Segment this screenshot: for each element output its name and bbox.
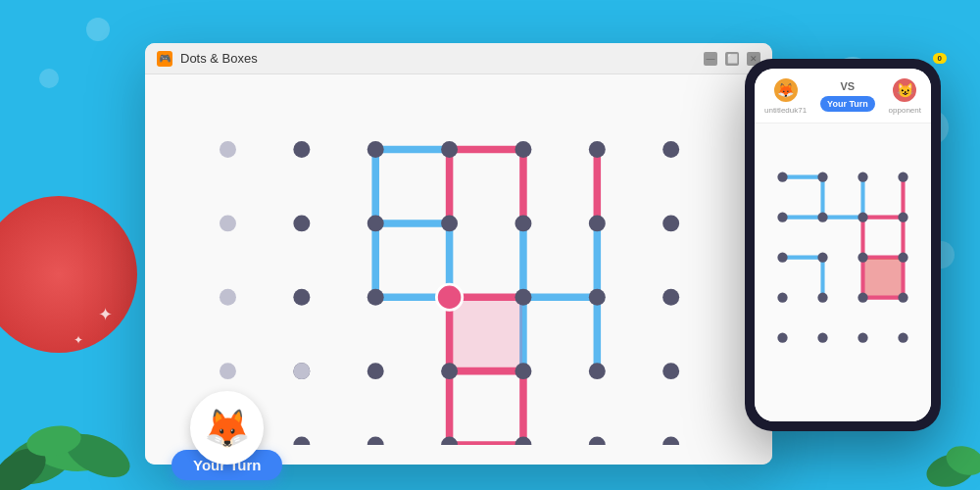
sparkle-2: ✦: [74, 333, 83, 347]
vs-label: VS: [841, 80, 856, 92]
svg-point-40: [589, 215, 606, 231]
svg-point-91: [898, 172, 907, 182]
phone-game-svg: [762, 131, 923, 414]
phone-game-area: [755, 123, 931, 421]
svg-point-43: [368, 289, 384, 306]
svg-point-104: [777, 333, 787, 343]
plants-left: [0, 372, 157, 490]
phone-your-turn: Your Turn: [820, 96, 875, 112]
player-avatar: 🦊: [190, 391, 264, 465]
svg-rect-81: [864, 259, 903, 297]
svg-rect-29: [451, 298, 522, 369]
svg-point-36: [293, 215, 310, 231]
svg-point-38: [441, 215, 458, 231]
svg-point-51: [514, 363, 531, 379]
svg-point-102: [858, 293, 867, 303]
svg-point-58: [589, 437, 606, 445]
minimize-button[interactable]: —: [704, 52, 717, 66]
svg-point-95: [898, 213, 907, 222]
svg-point-42: [293, 289, 310, 306]
svg-point-99: [898, 253, 907, 263]
svg-point-88: [777, 172, 787, 182]
svg-point-59: [662, 437, 679, 445]
svg-point-60: [220, 141, 236, 158]
svg-point-56: [441, 437, 458, 445]
svg-point-98: [858, 253, 867, 263]
window-title: Dots & Boxes: [180, 51, 696, 66]
svg-point-39: [514, 215, 531, 231]
svg-point-64: [293, 363, 310, 379]
svg-point-30: [293, 141, 310, 158]
svg-point-97: [817, 253, 827, 263]
svg-point-92: [777, 213, 787, 222]
restore-button[interactable]: ⬜: [725, 52, 739, 66]
phone-screen: 🦊 0 untitleduk71 VS Your Turn 😺 opponent: [755, 69, 931, 421]
svg-point-93: [817, 213, 827, 222]
svg-point-6: [86, 18, 110, 41]
svg-point-52: [589, 363, 606, 379]
window-controls: — ⬜ ✕: [704, 52, 760, 66]
svg-point-50: [441, 363, 458, 379]
svg-point-54: [293, 437, 310, 445]
svg-point-53: [662, 363, 679, 379]
phone-enemy-avatar: 😺: [891, 76, 918, 104]
svg-point-7: [39, 69, 59, 88]
svg-point-61: [220, 215, 236, 231]
sparkle-1: ✦: [98, 304, 113, 325]
svg-point-107: [898, 333, 907, 343]
svg-point-41: [662, 215, 679, 231]
svg-point-94: [858, 213, 867, 222]
window-titlebar: 🎮 Dots & Boxes — ⬜ ✕: [145, 43, 772, 74]
bg-blob: [0, 196, 137, 353]
svg-point-33: [514, 141, 531, 158]
svg-point-103: [898, 293, 907, 303]
phone-header: 🦊 0 untitleduk71 VS Your Turn 😺 opponent: [755, 69, 931, 123]
svg-point-105: [817, 333, 827, 343]
svg-point-100: [777, 293, 787, 303]
svg-point-106: [858, 333, 867, 343]
svg-point-96: [777, 253, 787, 263]
svg-point-47: [662, 289, 679, 306]
svg-point-45: [514, 289, 531, 306]
svg-point-35: [662, 141, 679, 158]
svg-point-37: [368, 215, 384, 231]
svg-point-57: [514, 437, 531, 445]
svg-point-63: [220, 363, 236, 379]
player-username: untitleduk71: [764, 106, 807, 115]
svg-point-34: [589, 141, 606, 158]
svg-point-101: [817, 293, 827, 303]
enemy-username: opponent: [889, 106, 921, 115]
svg-point-90: [858, 172, 867, 182]
svg-point-55: [368, 437, 384, 445]
svg-point-31: [368, 141, 384, 158]
app-icon: 🎮: [157, 51, 172, 67]
svg-point-46: [589, 289, 606, 306]
svg-point-32: [441, 141, 458, 158]
phone-mockup: 🦊 0 untitleduk71 VS Your Turn 😺 opponent: [745, 59, 941, 431]
svg-point-49: [368, 363, 384, 379]
svg-point-89: [817, 172, 827, 182]
your-turn-bubble: 🦊 Your Turn: [172, 391, 282, 480]
svg-point-62: [220, 289, 236, 306]
svg-point-44: [436, 284, 462, 310]
phone-player-avatar: 🦊: [772, 76, 800, 104]
